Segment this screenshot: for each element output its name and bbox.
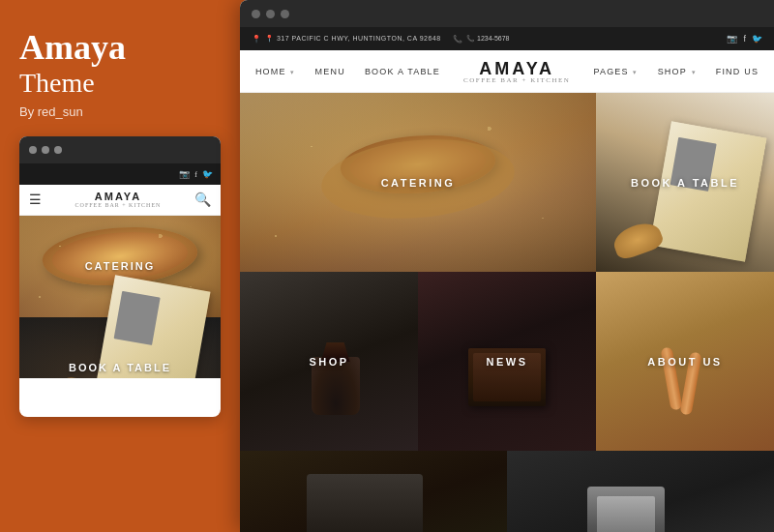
mini-content: CATERING BOOK A TABLE <box>19 216 221 378</box>
topbar-address: 📍 📍 317 PACIFIC C HWY, HUNTINGTON, CA 92… <box>252 35 509 44</box>
mini-logo-container: AMAYA COFFEE BAR + KITCHEN <box>75 191 162 208</box>
mini-browser-mockup: 📷 f 🐦 ☰ AMAYA COFFEE BAR + KITCHEN 🔍 CAT… <box>19 136 221 417</box>
mini-nav: ☰ AMAYA COFFEE BAR + KITCHEN 🔍 <box>19 185 221 216</box>
topbar-social: 📷 f 🐦 <box>727 34 762 44</box>
grid-cell-bottom-1[interactable] <box>240 451 507 532</box>
theme-subtitle: Theme <box>19 68 221 99</box>
shop-label: SHOP <box>309 356 348 368</box>
site-content-grid: CATERING BOOK A TABLE SHOP NEWS <box>240 93 774 532</box>
pages-chevron: ▾ <box>633 69 638 75</box>
catering-label: CATERING <box>381 177 456 189</box>
left-panel: Amaya Theme By red_sun 📷 f 🐦 ☰ AMAYA COF… <box>0 0 240 532</box>
mini-hamburger-icon: ☰ <box>29 192 42 208</box>
bottom1-visual <box>307 474 423 532</box>
location-icon: 📍 <box>252 35 261 44</box>
address-text: 📍 317 PACIFIC C HWY, HUNTINGTON, CA 9264… <box>265 35 441 43</box>
mini-dot-2 <box>42 146 49 154</box>
mini-logo-text: AMAYA <box>75 191 162 202</box>
shop-chevron: ▾ <box>692 69 697 75</box>
dot-2 <box>266 10 275 18</box>
mini-twitter-icon: 🐦 <box>202 169 213 179</box>
mini-browser-chrome <box>19 136 221 163</box>
mini-search-icon: 🔍 <box>194 192 211 208</box>
nav-menu[interactable]: MENU <box>306 67 355 76</box>
theme-author: By red_sun <box>19 104 221 119</box>
browser-chrome <box>240 0 774 27</box>
main-browser: 📍 📍 317 PACIFIC C HWY, HUNTINGTON, CA 92… <box>240 0 774 532</box>
phone-text: 📞 1234-5678 <box>466 35 509 43</box>
mini-catering-label: CATERING <box>85 260 156 272</box>
book-visual <box>649 121 766 261</box>
nav-logo-container: AMAYA COFFEE BAR + KITCHEN <box>450 59 583 84</box>
grid-cell-shop[interactable]: SHOP <box>240 272 418 451</box>
grid-cell-news[interactable]: NEWS <box>418 272 596 451</box>
theme-title: Amaya <box>19 29 221 68</box>
nav-home[interactable]: HOME ▾ <box>246 67 306 76</box>
dot-1 <box>252 10 260 18</box>
grid-cell-book-table[interactable]: BOOK A TABLE <box>596 93 774 272</box>
espresso-machine-visual <box>587 487 665 532</box>
mini-instagram-icon: 📷 <box>179 169 190 179</box>
nav-logo-sub: COFFEE BAR + KITCHEN <box>463 76 570 84</box>
nav-pages[interactable]: PAGES ▾ <box>583 67 647 76</box>
grid-row-1: CATERING BOOK A TABLE <box>240 93 774 272</box>
mini-book-label: BOOK A TABLE <box>69 362 171 373</box>
nav-shop[interactable]: SHOP ▾ <box>648 67 706 76</box>
mini-facebook-icon: f <box>194 169 197 179</box>
mini-book-cell: BOOK A TABLE <box>19 317 221 378</box>
grid-cell-about[interactable]: ABOUT US <box>596 272 774 451</box>
instagram-icon: 📷 <box>727 34 737 44</box>
home-chevron: ▾ <box>290 69 295 75</box>
news-label: NEWS <box>487 356 528 368</box>
grid-cell-catering[interactable]: CATERING <box>240 93 596 272</box>
grid-row-2: SHOP NEWS ABOUT US <box>240 272 774 451</box>
mini-logo-sub: COFFEE BAR + KITCHEN <box>75 202 162 208</box>
nav-book-table[interactable]: BOOK A TABLE <box>355 67 450 76</box>
mini-dot-3 <box>54 146 62 154</box>
phone-icon: 📞 <box>453 35 462 44</box>
dot-3 <box>281 10 289 18</box>
about-label: ABOUT US <box>647 356 722 368</box>
grid-cell-bottom-2[interactable] <box>507 451 774 532</box>
mini-dot-1 <box>29 146 37 154</box>
grid-row-3 <box>240 451 774 532</box>
facebook-icon: f <box>743 34 746 44</box>
book-table-label: BOOK A TABLE <box>631 177 739 189</box>
site-topbar: 📍 📍 317 PACIFIC C HWY, HUNTINGTON, CA 92… <box>240 27 774 50</box>
nav-find-us[interactable]: FIND US <box>706 67 768 76</box>
site-nav: HOME ▾ MENU BOOK A TABLE AMAYA COFFEE BA… <box>240 50 774 93</box>
mini-topbar: 📷 f 🐦 <box>19 163 221 185</box>
twitter-icon: 🐦 <box>752 34 762 44</box>
